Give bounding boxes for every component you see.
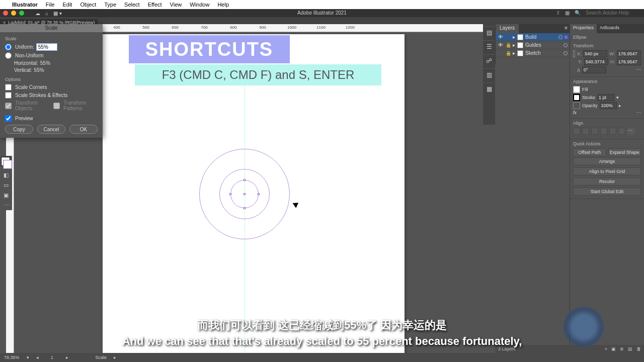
h-field[interactable]: [617, 58, 641, 65]
layer-name[interactable]: Sketch: [525, 50, 561, 56]
dialog-title[interactable]: Scale: [0, 24, 103, 32]
align-right-icon[interactable]: [591, 128, 598, 135]
scale-corners-checkbox[interactable]: [5, 84, 12, 90]
search-input[interactable]: [586, 10, 641, 16]
draw-mode-icon[interactable]: ▭: [0, 180, 12, 190]
global-edit-button[interactable]: Start Global Edit: [573, 188, 641, 196]
comments-icon[interactable]: ☍: [483, 54, 495, 66]
align-bottom-icon[interactable]: [618, 128, 625, 135]
angle-field[interactable]: [582, 66, 606, 73]
preview-checkbox[interactable]: [5, 115, 12, 122]
lock-toggle-icon[interactable]: 🔒: [506, 43, 511, 48]
make-clipping-mask-icon[interactable]: ▣: [611, 346, 616, 351]
layer-row-guides[interactable]: 👁 🔒 ▸ Guides: [496, 41, 570, 49]
share-icon[interactable]: ⇪: [556, 10, 560, 16]
stroke-dropdown-icon[interactable]: ▾: [616, 95, 619, 100]
locate-object-icon[interactable]: ⌖: [605, 346, 607, 352]
cancel-button[interactable]: Cancel: [37, 125, 65, 134]
align-hcenter-icon[interactable]: [582, 128, 589, 135]
selection-handle[interactable]: [229, 193, 231, 195]
artboards-tab[interactable]: Artboards: [597, 24, 622, 33]
expand-shape-button[interactable]: Expand Shape: [608, 148, 641, 156]
menu-object[interactable]: Object: [80, 2, 96, 8]
layer-row-build[interactable]: 👁 ▸ Build: [496, 33, 570, 41]
stroke-swatch[interactable]: [573, 94, 580, 101]
offset-path-button[interactable]: Offset Path: [573, 148, 606, 156]
visibility-toggle-icon[interactable]: 👁: [498, 42, 504, 48]
menu-file[interactable]: File: [46, 2, 55, 8]
menu-effect[interactable]: Effect: [148, 2, 162, 8]
ok-button[interactable]: OK: [69, 125, 98, 134]
new-layer-icon[interactable]: ▤: [628, 346, 632, 351]
fill-swatch[interactable]: [573, 86, 580, 93]
layer-target-icon[interactable]: [564, 51, 568, 55]
layer-target-icon[interactable]: [558, 35, 562, 39]
properties-tab[interactable]: Properties: [570, 24, 597, 33]
expand-layer-icon[interactable]: ▸: [513, 34, 515, 40]
misc-panel-icon-2[interactable]: ▦: [483, 82, 495, 95]
layers-tab[interactable]: Layers: [496, 24, 519, 33]
x-field[interactable]: [583, 50, 607, 57]
new-sublayer-icon[interactable]: ⊕: [620, 346, 624, 351]
scale-strokes-checkbox[interactable]: [5, 92, 12, 99]
lock-toggle-icon[interactable]: 🔒: [506, 51, 511, 56]
delete-layer-icon[interactable]: 🗑: [636, 346, 641, 351]
artboard-next-icon[interactable]: ▸: [66, 355, 68, 360]
align-top-icon[interactable]: [600, 128, 607, 135]
layer-name[interactable]: Build: [525, 34, 556, 40]
artboard-number-field[interactable]: [46, 355, 59, 360]
arrange-button[interactable]: Arrange: [573, 157, 641, 165]
properties-panel[interactable]: Properties Artboards Ellipse Transform X…: [570, 24, 644, 353]
search-icon[interactable]: 🔍: [575, 10, 581, 16]
layer-row-sketch[interactable]: 🔒 ▸ Sketch: [496, 49, 570, 57]
edit-toolbar-icon[interactable]: ⋯: [0, 200, 12, 210]
uniform-radio[interactable]: [5, 44, 12, 50]
opacity-dropdown-icon[interactable]: ▸: [619, 103, 621, 108]
panel-menu-icon[interactable]: ≡: [562, 24, 570, 33]
expand-layer-icon[interactable]: ▸: [513, 42, 515, 48]
menu-window[interactable]: Window: [190, 2, 209, 8]
artboard-prev-icon[interactable]: ◂: [36, 355, 39, 360]
opacity-field[interactable]: [600, 102, 617, 109]
screen-mode-icon[interactable]: ▣: [0, 190, 12, 200]
w-field[interactable]: [617, 50, 641, 57]
zoom-readout[interactable]: 78.35%: [4, 355, 20, 360]
zoom-dropdown-icon[interactable]: ▾: [27, 355, 29, 360]
layer-name[interactable]: Guides: [525, 42, 561, 48]
color-mode-icon[interactable]: ◧: [0, 170, 12, 180]
selection-handle[interactable]: [244, 179, 246, 181]
layer-target-icon[interactable]: [564, 43, 568, 47]
align-vcenter-icon[interactable]: [609, 128, 616, 135]
more-transform-icon[interactable]: ⋯: [636, 67, 641, 72]
app-menu[interactable]: Illustrator: [12, 2, 38, 8]
align-pixel-button[interactable]: Align to Pixel Grid: [573, 167, 641, 175]
properties-icon[interactable]: ▤: [483, 26, 495, 38]
copy-button[interactable]: Copy: [5, 125, 33, 134]
menu-type[interactable]: Type: [104, 2, 116, 8]
status-dropdown-icon[interactable]: ▸: [114, 355, 116, 360]
visibility-toggle-icon[interactable]: 👁: [498, 34, 504, 40]
left-toolbar[interactable]: ◧ ▭ ▣ ⋯: [0, 156, 12, 210]
menu-edit[interactable]: Edit: [62, 2, 72, 8]
selection-handle[interactable]: [258, 193, 260, 195]
expand-layer-icon[interactable]: ▸: [513, 50, 515, 56]
scale-dialog[interactable]: Scale Scale Uniform: Non-Uniform Horizon…: [0, 24, 103, 138]
y-field[interactable]: [584, 58, 608, 65]
more-appearance-icon[interactable]: ⋯: [636, 110, 641, 115]
layers-panel[interactable]: Layers ≡ 👁 ▸ Build 👁 🔒 ▸ Guides 🔒 ▸ Sket…: [495, 24, 570, 64]
reference-point-icon[interactable]: [573, 50, 575, 57]
selection-center-handle[interactable]: [244, 193, 246, 195]
mac-menu-bar[interactable]: Illustrator File Edit Object Type Select…: [0, 0, 644, 9]
menu-select[interactable]: Select: [124, 2, 140, 8]
menu-view[interactable]: View: [170, 2, 182, 8]
right-tool-column[interactable]: ▤ ☰ ☍ ▥ ▦: [483, 24, 495, 125]
more-align-icon[interactable]: ⋯: [627, 128, 634, 135]
menu-help[interactable]: Help: [217, 2, 229, 8]
arrange-docs-icon[interactable]: ▦: [565, 10, 570, 16]
misc-panel-icon[interactable]: ▥: [483, 68, 495, 80]
selection-handle[interactable]: [244, 207, 246, 209]
align-left-icon[interactable]: [573, 128, 580, 135]
stroke-weight-field[interactable]: [597, 94, 614, 101]
libraries-icon[interactable]: ☰: [483, 40, 495, 52]
stroke-swatch[interactable]: [3, 160, 12, 169]
